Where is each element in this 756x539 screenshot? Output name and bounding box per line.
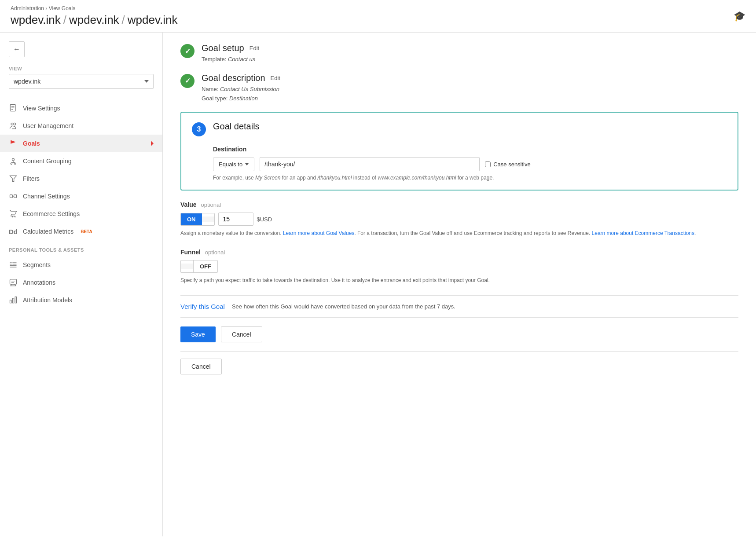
title-part1: wpdev.ink: [11, 13, 61, 27]
sidebar-label-annotations: Annotations: [23, 279, 55, 286]
sidebar-label-goals: Goals: [23, 140, 40, 147]
step2-edit-link[interactable]: Edit: [271, 75, 280, 81]
bottom-cancel-row: Cancel: [180, 351, 738, 374]
active-indicator: [151, 141, 154, 146]
content-grouping-icon: [9, 157, 18, 165]
step2-meta: Name: Contact Us Submission Goal type: D…: [202, 85, 738, 103]
case-sensitive-checkbox[interactable]: [485, 161, 491, 167]
equals-to-label: Equals to: [219, 161, 242, 168]
step2-header: Goal description Edit: [202, 73, 738, 83]
funnel-section: Funnel optional OFF Specify a path you e…: [180, 249, 738, 285]
step2-name: Contact Us Submission: [220, 86, 279, 92]
sidebar-item-segments[interactable]: Segments: [0, 256, 162, 274]
funnel-toggle[interactable]: OFF: [180, 260, 218, 273]
personal-section-label: PERSONAL TOOLS & ASSETS: [0, 240, 162, 256]
step2-title: Goal description: [202, 73, 265, 83]
sidebar-item-filters[interactable]: Filters: [0, 170, 162, 187]
svg-rect-26: [15, 297, 16, 303]
value-amount-input[interactable]: [218, 213, 253, 226]
sidebar-item-channel-settings[interactable]: Channel Settings: [0, 187, 162, 205]
cart-icon: [9, 209, 18, 218]
destination-row: Equals to Case sensitive: [213, 157, 727, 171]
sidebar-item-calculated-metrics[interactable]: Dd Calculated Metrics BETA: [0, 223, 162, 240]
sidebar-label-ecommerce-settings: Ecommerce Settings: [23, 210, 80, 217]
step3-num-icon: 3: [192, 122, 206, 136]
beta-badge: BETA: [81, 229, 92, 234]
sidebar-item-attribution-models[interactable]: Attribution Models: [0, 291, 162, 309]
svg-marker-11: [10, 176, 17, 181]
sidebar-label-view-settings: View Settings: [23, 105, 60, 112]
step2-type: Destination: [229, 95, 258, 102]
value-optional: optional: [201, 202, 221, 208]
svg-rect-25: [12, 298, 14, 303]
svg-point-5: [14, 123, 16, 125]
sidebar-item-annotations[interactable]: Annotations: [0, 274, 162, 291]
cancel-button[interactable]: Cancel: [221, 326, 262, 342]
calc-icon: Dd: [9, 227, 18, 236]
main-content: Goal setup Edit Template: Contact us Goa…: [163, 33, 756, 536]
sidebar: ← VIEW wpdev.ink View Settings: [0, 33, 163, 536]
case-sensitive-text: Case sensitive: [493, 161, 531, 168]
value-toggle[interactable]: ON: [180, 213, 215, 226]
title-separator1: /: [63, 13, 66, 27]
sidebar-item-user-management[interactable]: User Management: [0, 117, 162, 135]
channel-icon: [9, 192, 18, 201]
view-select[interactable]: wpdev.ink: [9, 74, 154, 89]
destination-section: Destination Equals to Case sensitive For…: [192, 146, 727, 181]
funnel-toggle-row: OFF: [180, 260, 738, 273]
case-sensitive-label: Case sensitive: [485, 161, 531, 168]
sidebar-item-goals[interactable]: Goals: [0, 135, 162, 152]
page-title: wpdev.ink / wpdev.ink / wpdev.ink: [11, 13, 734, 27]
title-part3: wpdev.ink: [128, 13, 178, 27]
destination-hint: For example, use My Screen for an app an…: [213, 175, 727, 181]
funnel-toggle-off-label: OFF: [193, 260, 217, 272]
svg-point-9: [11, 163, 12, 164]
svg-point-6: [12, 158, 15, 161]
page-header: Administration › View Goals wpdev.ink / …: [0, 0, 756, 33]
save-button[interactable]: Save: [180, 326, 216, 342]
cancel-bottom-button[interactable]: Cancel: [180, 359, 222, 374]
breadcrumb: Administration › View Goals: [11, 5, 734, 11]
sidebar-label-user-management: User Management: [23, 122, 73, 129]
step1-title: Goal setup: [202, 43, 244, 53]
funnel-title: Funnel optional: [180, 249, 738, 256]
doc-icon: [9, 104, 18, 113]
sidebar-label-content-grouping: Content Grouping: [23, 158, 72, 165]
funnel-optional: optional: [205, 249, 225, 256]
dropdown-arrow-icon: [245, 163, 249, 165]
ecommerce-transactions-link[interactable]: Learn more about Ecommerce Transactions: [592, 230, 694, 236]
view-label: VIEW: [0, 66, 162, 71]
goal-values-link[interactable]: Learn more about Goal Values: [283, 230, 355, 236]
toggle-on-label: ON: [181, 213, 202, 225]
equals-to-button[interactable]: Equals to: [213, 158, 254, 171]
step2-content: Goal description Edit Name: Contact Us S…: [202, 73, 738, 103]
annotations-icon: [9, 278, 18, 287]
title-part2: wpdev.ink: [69, 13, 119, 27]
sidebar-item-content-grouping[interactable]: Content Grouping: [0, 152, 162, 170]
main-layout: ← VIEW wpdev.ink View Settings: [0, 33, 756, 536]
step1-meta: Template: Contact us: [202, 55, 738, 64]
verify-goal-link[interactable]: Verify this Goal: [180, 303, 225, 310]
flag-icon: [9, 139, 18, 148]
sidebar-label-attribution-models: Attribution Models: [23, 297, 72, 304]
attribution-icon: [9, 296, 18, 304]
value-title: Value optional: [180, 201, 738, 208]
filter-icon: [9, 174, 18, 183]
back-button[interactable]: ←: [9, 41, 25, 57]
goal-step-2: Goal description Edit Name: Contact Us S…: [180, 73, 738, 103]
svg-point-10: [15, 163, 16, 164]
value-row: ON $USD: [180, 213, 738, 226]
step1-edit-link[interactable]: Edit: [250, 45, 259, 51]
segments-icon: [9, 260, 18, 269]
action-buttons: Save Cancel: [180, 326, 738, 342]
sidebar-item-view-settings[interactable]: View Settings: [0, 99, 162, 117]
step1-header: Goal setup Edit: [202, 43, 738, 53]
svg-rect-24: [10, 300, 11, 303]
sidebar-label-calculated-metrics: Calculated Metrics: [23, 228, 73, 235]
step1-check-icon: [180, 44, 195, 58]
svg-point-4: [11, 123, 13, 125]
graduation-icon: 🎓: [734, 11, 745, 22]
destination-input[interactable]: [260, 157, 480, 171]
sidebar-item-ecommerce-settings[interactable]: Ecommerce Settings: [0, 205, 162, 223]
sidebar-label-segments: Segments: [23, 261, 51, 268]
